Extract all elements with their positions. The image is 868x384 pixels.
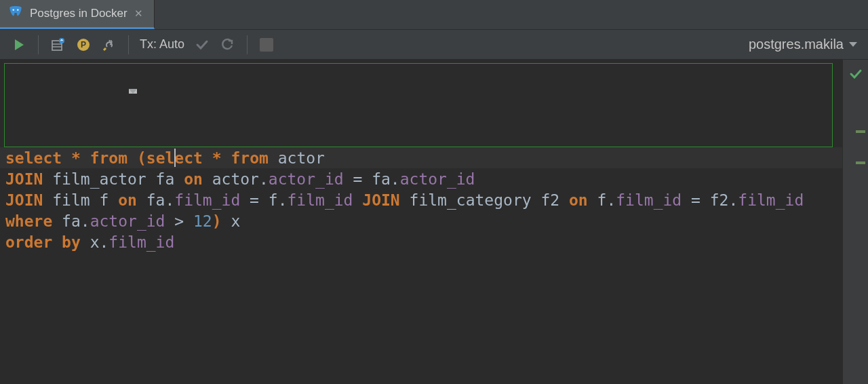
svg-point-1 [17,9,18,10]
gutter-mark[interactable] [856,130,865,133]
text-caret [174,149,176,167]
stop-icon [260,38,273,52]
tab-bar: Postgres in Docker ✕ [0,0,868,30]
datasource-dropdown[interactable]: postgres.makila [749,37,861,52]
datasource-label: postgres.makila [749,37,844,52]
statement-selection-outline [4,63,833,147]
tx-mode-label: Tx: Auto [140,37,184,52]
tx-mode-dropdown[interactable]: Tx: Auto [136,37,189,52]
svg-text:P: P [81,40,86,50]
execution-plan-button[interactable] [45,33,70,57]
analysis-ok-icon[interactable] [848,66,863,84]
svg-point-0 [13,9,14,10]
commit-button[interactable] [190,33,214,57]
settings-button[interactable] [97,33,121,57]
chevron-down-icon [849,42,857,47]
parameters-button[interactable]: P [71,33,96,57]
rollback-button[interactable] [216,33,240,57]
toolbar-separator [38,35,39,54]
toolbar-separator [247,35,248,54]
tab-title: Postgres in Docker [30,7,127,20]
code-content: select * from (select * from actorJOIN f… [5,148,842,253]
gutter-mark[interactable] [856,161,865,164]
editor-area: select * from (select * from actorJOIN f… [0,60,868,384]
postgres-icon [7,5,24,22]
execute-button[interactable] [7,33,31,57]
console-toolbar: P Tx: Auto postgres.makila [0,30,868,60]
toolbar-separator [128,35,129,54]
stop-button[interactable] [254,33,279,57]
chevron-down-icon [129,89,137,94]
tab-close-icon[interactable]: ✕ [133,6,144,21]
validation-gutter [842,60,868,384]
svg-point-5 [59,38,64,43]
sql-editor[interactable]: select * from (select * from actorJOIN f… [0,60,842,384]
tab-postgres-console[interactable]: Postgres in Docker ✕ [0,0,155,29]
